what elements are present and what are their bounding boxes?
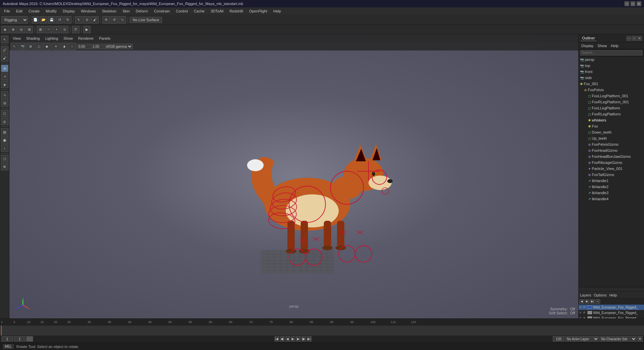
layers-tab-options[interactable]: Options — [594, 293, 607, 297]
outliner-search-input[interactable] — [580, 50, 643, 56]
rotate-tool-btn[interactable]: ↺ — [110, 16, 118, 24]
timeline-ruler[interactable]: 1 5 10 15 20 25 30 35 40 45 50 55 60 65 … — [0, 319, 644, 325]
layer-color-swatch[interactable] — [587, 311, 592, 314]
menu-redshift[interactable]: Redshift — [227, 8, 246, 14]
curve-btn[interactable]: ∿ — [1, 91, 8, 99]
layers-next-btn[interactable]: ▶ — [585, 299, 589, 304]
outliner-item[interactable]: ◻Down_teeth — [579, 129, 644, 135]
layer-color-swatch[interactable] — [587, 306, 592, 309]
outliner-item[interactable]: ✦Particle_View_001 — [579, 166, 644, 172]
range-end-input[interactable] — [553, 336, 565, 342]
menu-constrain[interactable]: Constrain — [151, 8, 172, 14]
outliner-minimize-btn[interactable]: ─ — [626, 36, 631, 41]
play-btn[interactable]: ▶ — [291, 336, 295, 342]
render-layer-btn[interactable]: ▣ — [1, 136, 8, 144]
timeline-playhead[interactable] — [1, 325, 2, 336]
vp-smooth-btn[interactable]: ◉ — [43, 43, 51, 50]
outliner-item[interactable]: ◻FoxLLegPlatform — [579, 105, 644, 111]
maximize-btn[interactable]: □ — [631, 1, 635, 6]
minimize-btn[interactable]: ─ — [624, 1, 629, 6]
redo-btn[interactable]: ↻ — [64, 16, 71, 24]
vp-camera-btn[interactable]: 📷 — [19, 43, 26, 50]
quick-sel-btn[interactable]: ◻ — [1, 155, 8, 162]
layers-end-btn[interactable]: ▶| — [590, 299, 595, 304]
prev-key-btn[interactable]: ◀| — [280, 336, 285, 342]
range-start-input[interactable] — [14, 336, 26, 342]
menu-help[interactable]: Help — [271, 8, 284, 14]
display-layer-btn[interactable]: ▤ — [1, 128, 8, 136]
menu-edit[interactable]: Edit — [13, 8, 25, 14]
menu-file[interactable]: File — [1, 8, 13, 14]
vp-menu-shading[interactable]: Shading — [24, 36, 42, 41]
snap-grid-btn[interactable]: ⊞ — [37, 26, 44, 33]
select-arrow-btn[interactable]: ↖ — [1, 36, 8, 43]
outliner-expand-btn[interactable]: □ — [632, 36, 637, 41]
menu-cache[interactable]: Cache — [191, 8, 207, 14]
outliner-item[interactable]: ✱Fox — [579, 123, 644, 129]
goto-start-btn[interactable]: |◀ — [275, 336, 279, 342]
outliner-item[interactable]: ⊕FoxPelvis — [579, 87, 644, 93]
lasso-tool-btn[interactable]: ⊙ — [83, 16, 91, 24]
outliner-menu-show[interactable]: Show — [596, 43, 608, 48]
move-tool-btn[interactable]: ✛ — [102, 16, 110, 24]
ik-btn[interactable]: ↗ — [1, 73, 8, 80]
vp-exposure-input[interactable] — [77, 44, 91, 49]
menu-3dtoall[interactable]: 3DToAll — [208, 8, 226, 14]
outliner-item[interactable]: 📷front — [579, 69, 644, 75]
outliner-item[interactable]: ↗IkHandle3 — [579, 190, 644, 196]
outliner-item[interactable]: ⊕FoxHeadGizmo — [579, 147, 644, 153]
vp-menu-lighting[interactable]: Lighting — [43, 36, 60, 41]
close-btn[interactable]: ✕ — [637, 1, 641, 6]
outliner-item[interactable]: 📷top — [579, 63, 644, 69]
cluster-btn[interactable]: ◈ — [1, 81, 8, 88]
goto-end-btn[interactable]: ▶| — [307, 336, 312, 342]
new-scene-btn[interactable]: 📄 — [32, 16, 39, 24]
menu-modify[interactable]: Modify — [43, 8, 59, 14]
current-frame-input[interactable] — [1, 336, 13, 342]
outliner-item[interactable]: ✱Fox_001 — [579, 81, 644, 87]
anim-settings-btn[interactable]: ⚙ — [637, 336, 643, 342]
open-scene-btn[interactable]: 📂 — [40, 16, 47, 24]
vp-menu-view[interactable]: View — [11, 36, 23, 41]
layer-row[interactable]: VPWild_European_Fox_Rigged_ — [579, 310, 644, 315]
vp-menu-show[interactable]: Show — [62, 36, 75, 41]
surface-btn[interactable]: ⊟ — [1, 99, 8, 107]
select-mode-btn[interactable]: ◈ — [1, 26, 9, 33]
outliner-item[interactable]: ↗IkHandle1 — [579, 178, 644, 184]
vp-lights-btn[interactable]: ☀ — [52, 43, 60, 50]
layers-add-btn[interactable]: + — [595, 299, 600, 304]
vp-wire-btn[interactable]: ◻ — [35, 43, 42, 50]
outliner-item[interactable]: ⊕FoxPelvisGizmo — [579, 141, 644, 147]
select-tool-btn[interactable]: ↖ — [75, 16, 83, 24]
joint-tool-btn[interactable]: ⊕ — [1, 65, 8, 72]
outliner-menu-display[interactable]: Display — [580, 43, 595, 48]
next-key-btn[interactable]: |▶ — [301, 336, 306, 342]
soft-mod-btn[interactable]: ◎ — [1, 118, 8, 125]
rotate-mode-btn[interactable]: ◎ — [18, 26, 25, 33]
layer-row[interactable]: VPWild_European_Fox_Rigged_ — [579, 305, 644, 310]
anim-layer-select[interactable]: No Anim Layer — [565, 336, 599, 342]
layer-visibility[interactable]: V — [579, 306, 583, 309]
viewport[interactable]: View Shading Lighting Show Renderer Pane… — [9, 34, 578, 318]
render-btn[interactable]: ▶ — [83, 26, 91, 33]
layer-playback[interactable]: P — [583, 311, 587, 314]
outliner-item[interactable]: ◻Up_teeth — [579, 135, 644, 141]
next-frame-btn[interactable]: ▶ — [296, 336, 301, 342]
poly-btn[interactable]: ⬡ — [1, 110, 8, 117]
outliner-close-btn[interactable]: ✕ — [637, 36, 642, 41]
outliner-item[interactable]: ⊕FoxTailGizmo — [579, 172, 644, 178]
undo-btn[interactable]: ↺ — [56, 16, 63, 24]
layers-tab-layers[interactable]: Layers — [580, 293, 591, 297]
layers-prev-btn[interactable]: ◀ — [579, 299, 584, 304]
outliner-menu-help[interactable]: Help — [610, 43, 620, 48]
sculpt-btn[interactable]: 🖊 — [1, 46, 8, 54]
history-btn[interactable]: ⏱ — [72, 26, 79, 33]
save-scene-btn[interactable]: 💾 — [48, 16, 55, 24]
menu-windows[interactable]: Windows — [78, 8, 99, 14]
menu-deform[interactable]: Deform — [133, 8, 151, 14]
menu-skin[interactable]: Skin — [120, 8, 132, 14]
scale-tool-btn[interactable]: ⤡ — [119, 16, 126, 24]
vp-menu-renderer[interactable]: Renderer — [76, 36, 96, 41]
vp-shadow-btn[interactable]: ◑ — [60, 43, 68, 50]
outliner-item[interactable]: ⊕FoxRibcageGizmo — [579, 160, 644, 166]
